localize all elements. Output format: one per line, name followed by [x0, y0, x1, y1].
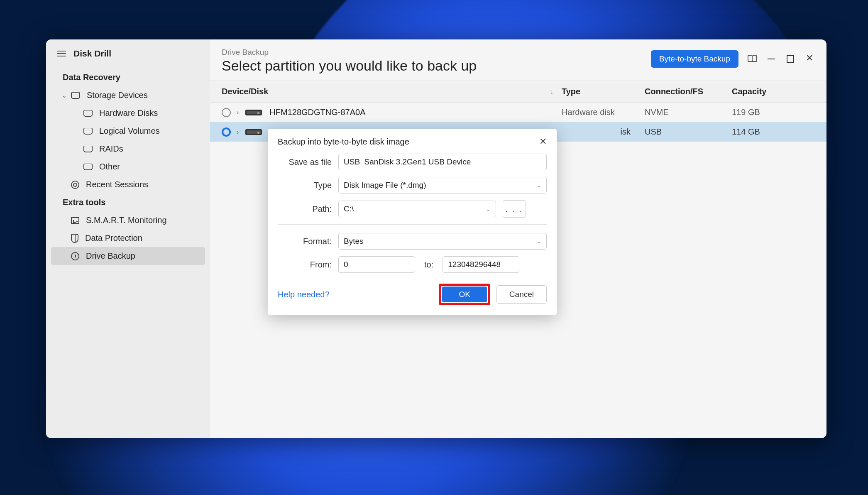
drive-icon [83, 110, 93, 117]
table-header: Device/Disk ↓ Type Connection/FS Capacit… [210, 81, 826, 103]
sidebar-item-label: Other [99, 162, 120, 172]
breadcrumb: Drive Backup [222, 48, 651, 57]
window-minimize-button[interactable] [766, 54, 777, 64]
chevron-down-icon: ⌄ [536, 238, 541, 245]
row-capacity: 119 GB [732, 108, 815, 117]
type-select[interactable]: Disk Image File (*.dmg) ⌄ [338, 177, 547, 194]
sidebar-item-label: RAIDs [99, 144, 123, 154]
radio-checked-icon[interactable] [222, 127, 231, 137]
table-row[interactable]: › HFM128GDGTNG-87A0A Hardware disk NVME … [210, 103, 826, 122]
cancel-button[interactable]: Cancel [496, 285, 547, 304]
from-label: From: [278, 260, 332, 270]
top-bar: Drive Backup Select partition you would … [210, 39, 826, 81]
shield-icon [71, 234, 78, 243]
sidebar-item-recent-sessions[interactable]: Recent Sessions [46, 176, 210, 194]
sidebar-item-logical-volumes[interactable]: Logical Volumes [46, 122, 210, 140]
sidebar-item-label: Data Protection [85, 233, 142, 243]
type-value: Disk Image File (*.dmg) [344, 181, 426, 190]
path-select[interactable]: C:\ ⌄ [338, 201, 496, 217]
sidebar-item-storage-devices[interactable]: ⌄ Storage Devices [46, 86, 210, 104]
sidebar-item-other[interactable]: Other [46, 158, 210, 176]
app-title: Disk Drill [73, 49, 111, 59]
drive-icon [71, 92, 80, 99]
drive-icon [83, 146, 93, 152]
format-value: Bytes [344, 237, 364, 246]
chevron-down-icon: ⌄ [536, 182, 541, 189]
sidebar-header: Disk Drill [46, 49, 210, 69]
sidebar-item-label: S.M.A.R.T. Monitoring [86, 216, 167, 225]
byte-to-byte-backup-button[interactable]: Byte-to-byte Backup [651, 50, 738, 68]
window-maximize-button[interactable] [785, 54, 796, 64]
hamburger-icon[interactable] [57, 51, 66, 56]
hard-drive-icon [245, 129, 262, 135]
section-extra-tools: Extra tools [46, 194, 210, 211]
sort-arrow-icon: ↓ [550, 88, 553, 96]
backup-dialog: Backup into byte-to-byte disk image ✕ Sa… [268, 129, 557, 315]
save-as-input[interactable] [338, 154, 547, 170]
sidebar-item-raids[interactable]: RAIDs [46, 140, 210, 158]
sidebar-item-label: Hardware Disks [99, 108, 158, 118]
row-connection: NVME [645, 108, 732, 117]
help-link[interactable]: Help needed? [278, 290, 330, 299]
page-title: Select partition you would like to back … [222, 58, 651, 74]
sidebar-item-label: Drive Backup [86, 251, 135, 261]
browse-button[interactable]: . . . [503, 200, 526, 218]
column-device[interactable]: Device/Disk ↓ [222, 87, 562, 96]
row-type: Hardware disk [562, 108, 645, 117]
to-input[interactable] [443, 256, 519, 273]
chevron-right-icon[interactable]: › [237, 109, 239, 116]
ok-highlight: OK [439, 284, 489, 305]
chart-icon [71, 217, 79, 224]
format-select[interactable]: Bytes ⌄ [338, 233, 547, 250]
column-type[interactable]: Type [562, 87, 645, 96]
drive-icon [83, 164, 93, 170]
sidebar-item-label: Storage Devices [87, 91, 148, 100]
hard-drive-icon [245, 110, 262, 115]
column-capacity[interactable]: Capacity [732, 87, 815, 96]
history-icon [71, 252, 79, 260]
sidebar-item-label: Recent Sessions [86, 180, 148, 189]
sidebar-item-hardware-disks[interactable]: Hardware Disks [46, 104, 210, 122]
row-device-name: HFM128GDGTNG-87A0A [269, 108, 562, 117]
row-capacity: 114 GB [732, 127, 815, 137]
drive-icon [83, 128, 93, 135]
sidebar-item-smart[interactable]: S.M.A.R.T. Monitoring [46, 211, 210, 229]
format-label: Format: [278, 237, 332, 246]
row-connection: USB [645, 127, 732, 137]
column-connection[interactable]: Connection/FS [645, 87, 732, 96]
row-type: isk [562, 127, 645, 137]
window-close-button[interactable]: ✕ [804, 54, 815, 64]
path-value: C:\ [344, 204, 354, 213]
ok-button[interactable]: OK [442, 287, 487, 302]
sidebar-item-label: Logical Volumes [99, 126, 160, 136]
sidebar: Disk Drill Data Recovery ⌄ Storage Devic… [46, 39, 210, 438]
chevron-down-icon: ⌄ [62, 92, 67, 99]
chevron-down-icon: ⌄ [486, 206, 491, 212]
divider [278, 224, 547, 225]
path-label: Path: [278, 204, 332, 214]
dialog-title: Backup into byte-to-byte disk image [278, 137, 409, 147]
type-label: Type [278, 181, 332, 190]
column-label: Device/Disk [222, 87, 268, 96]
gear-icon [71, 181, 79, 189]
chevron-right-icon[interactable]: › [237, 128, 239, 136]
from-input[interactable] [338, 256, 415, 273]
dialog-close-button[interactable]: ✕ [539, 136, 547, 147]
section-data-recovery: Data Recovery [46, 69, 210, 86]
save-as-label: Save as file [278, 157, 332, 167]
to-label: to: [422, 260, 436, 270]
sidebar-item-data-protection[interactable]: Data Protection [46, 229, 210, 247]
radio-unchecked-icon[interactable] [222, 108, 231, 117]
book-icon[interactable] [747, 54, 758, 64]
sidebar-item-drive-backup[interactable]: Drive Backup [51, 247, 205, 265]
